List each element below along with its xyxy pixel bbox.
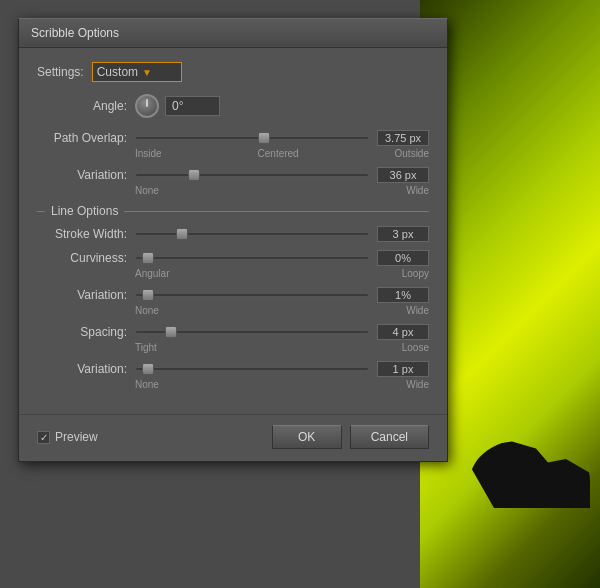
spacing-variation-slider-wrap bbox=[135, 367, 369, 371]
stroke-width-thumb[interactable] bbox=[176, 228, 188, 240]
spacing-variation-value: 1 px bbox=[377, 361, 429, 377]
curviness-variation-row: Variation: 1% bbox=[37, 287, 429, 303]
curviness-variation-slider-wrap bbox=[135, 293, 369, 297]
spacing-label: Spacing: bbox=[37, 325, 127, 339]
angle-label: Angle: bbox=[37, 99, 127, 113]
spacing-track[interactable] bbox=[135, 330, 369, 334]
curviness-slider-wrap bbox=[135, 256, 369, 260]
sublabel-wide-2: Wide bbox=[406, 305, 429, 316]
path-overlap-label: Path Overlap: bbox=[37, 131, 127, 145]
curviness-value: 0% bbox=[377, 250, 429, 266]
sublabel-wide-1: Wide bbox=[406, 185, 429, 196]
path-overlap-slider-wrap bbox=[135, 136, 369, 140]
path-overlap-variation-thumb[interactable] bbox=[188, 169, 200, 181]
sublabel-loopy: Loopy bbox=[402, 268, 429, 279]
spacing-variation-row: Variation: 1 px bbox=[37, 361, 429, 377]
stroke-width-track[interactable] bbox=[135, 232, 369, 236]
path-overlap-variation-slider-wrap bbox=[135, 173, 369, 177]
divider-line-left bbox=[37, 211, 45, 212]
stroke-width-slider-wrap bbox=[135, 232, 369, 236]
spacing-variation-sublabels: None Wide bbox=[37, 379, 429, 390]
curviness-row: Curviness: 0% bbox=[37, 250, 429, 266]
path-overlap-variation-value: 36 px bbox=[377, 167, 429, 183]
path-overlap-variation-track[interactable] bbox=[135, 173, 369, 177]
cancel-button[interactable]: Cancel bbox=[350, 425, 429, 449]
stroke-width-value: 3 px bbox=[377, 226, 429, 242]
settings-value: Custom bbox=[97, 65, 138, 79]
variation-label-1: Variation: bbox=[37, 168, 127, 182]
spacing-row: Spacing: 4 px bbox=[37, 324, 429, 340]
curviness-variation-value: 1% bbox=[377, 287, 429, 303]
path-overlap-sublabels: Inside Centered Outside bbox=[37, 148, 429, 159]
path-overlap-variation-sublabels: None Wide bbox=[37, 185, 429, 196]
curviness-label: Curviness: bbox=[37, 251, 127, 265]
curviness-thumb[interactable] bbox=[142, 252, 154, 264]
settings-row: Settings: Custom ▼ bbox=[37, 62, 429, 82]
spacing-slider-wrap bbox=[135, 330, 369, 334]
preview-label: Preview bbox=[55, 430, 98, 444]
spacing-sublabels: Tight Loose bbox=[37, 342, 429, 353]
sublabel-none-1: None bbox=[135, 185, 159, 196]
spacing-thumb[interactable] bbox=[165, 326, 177, 338]
sublabel-angular: Angular bbox=[135, 268, 169, 279]
curviness-track[interactable] bbox=[135, 256, 369, 260]
curviness-sublabels: Angular Loopy bbox=[37, 268, 429, 279]
dialog-footer: ✓ Preview OK Cancel bbox=[19, 414, 447, 461]
scribble-options-dialog: Scribble Options Settings: Custom ▼ Angl… bbox=[18, 18, 448, 462]
path-overlap-variation-row: Variation: 36 px bbox=[37, 167, 429, 183]
sublabel-none-3: None bbox=[135, 379, 159, 390]
spacing-variation-thumb[interactable] bbox=[142, 363, 154, 375]
angle-row: Angle: bbox=[37, 94, 429, 118]
sublabel-outside: Outside bbox=[395, 148, 429, 159]
ok-button[interactable]: OK bbox=[272, 425, 342, 449]
path-overlap-thumb[interactable] bbox=[258, 132, 270, 144]
curviness-variation-thumb[interactable] bbox=[142, 289, 154, 301]
path-overlap-value: 3.75 px bbox=[377, 130, 429, 146]
sublabel-tight: Tight bbox=[135, 342, 157, 353]
sublabel-none-2: None bbox=[135, 305, 159, 316]
sublabel-centered: Centered bbox=[258, 148, 299, 159]
settings-label: Settings: bbox=[37, 65, 84, 79]
dialog-title: Scribble Options bbox=[19, 19, 447, 48]
settings-dropdown[interactable]: Custom ▼ bbox=[92, 62, 182, 82]
spacing-variation-track[interactable] bbox=[135, 367, 369, 371]
line-options-label: Line Options bbox=[51, 204, 118, 218]
divider-line-right bbox=[124, 211, 429, 212]
angle-input[interactable] bbox=[165, 96, 220, 116]
curviness-variation-sublabels: None Wide bbox=[37, 305, 429, 316]
preview-checkbox-row: ✓ Preview bbox=[37, 430, 264, 444]
preview-checkbox[interactable]: ✓ bbox=[37, 431, 50, 444]
angle-dial[interactable] bbox=[135, 94, 159, 118]
dropdown-arrow-icon: ▼ bbox=[142, 67, 177, 78]
path-overlap-track[interactable] bbox=[135, 136, 369, 140]
line-options-divider: Line Options bbox=[37, 204, 429, 218]
sublabel-loose: Loose bbox=[402, 342, 429, 353]
spacing-value: 4 px bbox=[377, 324, 429, 340]
sublabel-wide-3: Wide bbox=[406, 379, 429, 390]
stroke-width-label: Stroke Width: bbox=[37, 227, 127, 241]
variation-label-2: Variation: bbox=[37, 288, 127, 302]
curviness-variation-track[interactable] bbox=[135, 293, 369, 297]
stroke-width-row: Stroke Width: 3 px bbox=[37, 226, 429, 242]
variation-label-3: Variation: bbox=[37, 362, 127, 376]
sublabel-inside: Inside bbox=[135, 148, 162, 159]
path-overlap-row: Path Overlap: 3.75 px bbox=[37, 130, 429, 146]
dialog-body: Settings: Custom ▼ Angle: Path Overlap: … bbox=[19, 48, 447, 408]
